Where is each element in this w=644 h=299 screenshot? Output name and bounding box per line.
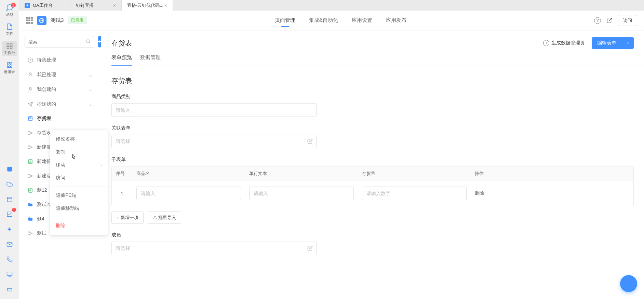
search-icon (86, 39, 91, 45)
category-input[interactable] (111, 103, 317, 117)
close-icon[interactable]: × (164, 3, 167, 8)
search-input-wrapper[interactable] (25, 36, 94, 47)
field-category: 商品类别 (111, 94, 317, 117)
eye-closed-icon: ⌄ (88, 86, 93, 93)
nav-tab-pages[interactable]: 页面管理 (275, 12, 295, 29)
nav-tabs: 页面管理 集成&自动化 应用设置 应用发布 (87, 12, 594, 29)
select-placeholder: 请选择 (116, 138, 130, 145)
generate-button[interactable]: + 生成数据管理页 (543, 40, 585, 46)
sub-tabs: 表单预览 数据管理 (101, 49, 644, 66)
bulk-import-button[interactable]: 批量导入 (148, 212, 181, 224)
clock-icon (27, 57, 33, 63)
nav-tab-settings[interactable]: 应用设置 (352, 12, 372, 29)
app-header-left: 测试3 已启用 (26, 16, 87, 25)
add-button[interactable]: + (98, 36, 101, 47)
divider (50, 217, 108, 217)
svg-rect-6 (7, 167, 12, 172)
help-icon[interactable]: ? (594, 17, 601, 24)
float-action-button[interactable] (620, 275, 637, 292)
close-icon[interactable]: × (113, 3, 116, 8)
nav-tab-publish[interactable]: 应用发布 (386, 12, 406, 29)
form-icon (27, 115, 33, 122)
sidebar-item-processed[interactable]: 我已处理 ⌄ (25, 67, 95, 82)
app-status-badge: 已启用 (68, 16, 87, 24)
menu-rename[interactable]: 修改名称 (50, 133, 108, 146)
menu-hide-mobile[interactable]: 隐藏移动端 (50, 202, 108, 215)
svg-point-50 (29, 232, 30, 233)
rail-docs[interactable]: 文档 (2, 22, 17, 37)
rail-mail-icon[interactable] (4, 239, 15, 250)
report-icon (27, 187, 33, 193)
svg-line-16 (609, 18, 612, 21)
svg-point-29 (31, 133, 32, 134)
send-icon (27, 101, 33, 107)
svg-rect-1 (10, 43, 12, 45)
field-subform: 子表单 序号 商品名 单行文本 存货量 操作 1 删除 +新增一 (111, 157, 634, 224)
subform-row: 1 删除 (112, 181, 633, 206)
svg-line-31 (29, 133, 31, 134)
field-related-form: 关联表单 请选择 (111, 125, 317, 148)
tab-bar: ✦ OA工作台 钉钉宜搭 × 宜搭-云钉低代码... × (19, 0, 644, 11)
sidebar-item-created[interactable]: 我创建的 ⌄ (25, 82, 95, 97)
menu-hide-pc[interactable]: 隐藏PC端 (50, 189, 108, 202)
rail-label: 通讯录 (4, 69, 15, 74)
tab-app-icon: ✦ (25, 3, 30, 8)
tab-yida-lowcode[interactable]: 宜搭-云钉低代码... × (122, 0, 173, 11)
tab-yida[interactable]: 钉钉宜搭 × (70, 0, 122, 11)
rail-bolt-icon[interactable] (4, 224, 15, 235)
external-link-icon[interactable] (606, 17, 613, 24)
add-row-button[interactable]: +新增一项 (111, 212, 144, 224)
svg-rect-2 (10, 46, 12, 48)
select-placeholder: 请选择 (116, 245, 130, 252)
row-text-input[interactable] (249, 187, 354, 200)
delete-row-link[interactable]: 删除 (475, 190, 484, 196)
folder-icon (27, 216, 33, 222)
rail-contacts[interactable]: 通讯录 (2, 60, 17, 75)
edit-dropdown-button[interactable] (622, 37, 634, 49)
sidebar-item-label: 存货表 (37, 130, 51, 136)
nav-tab-integration[interactable]: 集成&自动化 (309, 12, 338, 29)
members-select[interactable]: 请选择 (111, 242, 317, 255)
visit-button[interactable]: 访问 (618, 15, 637, 26)
search-input[interactable] (28, 39, 86, 44)
subform-actions: +新增一项 批量导入 (111, 212, 634, 224)
rail-calendar-icon[interactable] (4, 194, 15, 205)
rail-app-icon[interactable] (4, 164, 15, 175)
rail-more-icon[interactable] (4, 284, 15, 295)
related-form-select[interactable]: 请选择 (111, 135, 317, 148)
apps-grid-icon[interactable] (26, 17, 33, 24)
menu-delete[interactable]: 删除 (50, 219, 108, 232)
row-qty-input[interactable] (362, 187, 467, 200)
app-logo-icon (37, 16, 46, 25)
generate-label: 生成数据管理页 (551, 40, 585, 46)
rail-phone-icon[interactable] (4, 254, 15, 265)
subtab-preview[interactable]: 表单预览 (111, 54, 132, 66)
svg-marker-10 (8, 227, 12, 231)
rail-messages[interactable]: 消息 2 (2, 3, 17, 18)
menu-move[interactable]: 移动› (50, 159, 108, 172)
badge: 2 (11, 3, 16, 8)
related-form-label: 关联表单 (111, 125, 317, 131)
row-name-input[interactable] (136, 187, 241, 200)
rail-workbench[interactable]: 工作台 (2, 41, 17, 56)
rail-checkbox-icon[interactable]: 1 (4, 209, 15, 220)
tab-oa-workbench[interactable]: ✦ OA工作台 (19, 0, 70, 11)
sidebar-item-pending[interactable]: 待我处理 (25, 53, 95, 67)
svg-point-43 (31, 176, 32, 177)
edit-button-group: 编辑表单 (592, 37, 634, 49)
plus-icon: + (117, 215, 119, 220)
tree-icon (27, 173, 33, 179)
menu-copy[interactable]: 复制 (50, 146, 108, 159)
menu-visit[interactable]: 访问 (50, 172, 108, 185)
col-qty: 存货量 (358, 166, 471, 181)
rail-cloud-icon[interactable] (4, 179, 15, 190)
subtab-data[interactable]: 数据管理 (140, 54, 161, 66)
user-icon (27, 72, 33, 78)
report-icon (27, 159, 33, 165)
sidebar-item-inventory-active[interactable]: 存货表 (25, 111, 95, 126)
edit-form-button[interactable]: 编辑表单 (592, 37, 622, 49)
rail-monitor-icon[interactable] (4, 269, 15, 280)
sidebar-item-cc[interactable]: 抄送我的 ⌄ (25, 97, 95, 111)
svg-point-5 (9, 63, 10, 65)
document-icon (6, 23, 13, 30)
